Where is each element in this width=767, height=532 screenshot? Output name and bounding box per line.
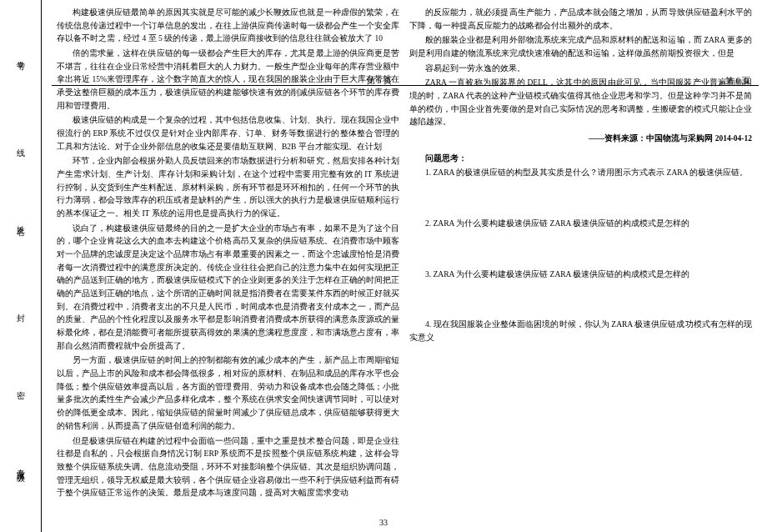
- para: 环节，企业内部会根据外勤人员反馈回来的市场数据进行分析和研究，然后安排各种计划产…: [57, 155, 399, 220]
- spine-seal-3: 密: [15, 384, 27, 388]
- spine-seal-2: 封: [15, 307, 27, 310]
- source-line: ——资料来源：中国物流与采购网 2014-04-12: [409, 133, 752, 146]
- para: 另一方面，极速供应链的时间上的控制都能有效的减少成本的产生，新产品上市周期缩短以…: [57, 354, 399, 433]
- para: 般的服装企业都是利用外部物流系统来完成产品和原材料的配送和运输，而 ZARA 更…: [409, 34, 752, 60]
- para: 极速供应链的构成是一个复杂的过程，其中包括信息收集、计划、执行。现在我国企业中很…: [57, 114, 399, 153]
- questions-heading: 问题思考：: [409, 153, 752, 166]
- spine-seal-1: 线: [15, 142, 27, 145]
- binding-spine: 学号： 线 姓名： 封 密 专业班级：: [0, 0, 42, 532]
- question-4: 4. 现在我国服装企业整体面临困境的时候，你认为 ZARA 极速供应链成功模式有…: [409, 319, 752, 344]
- spine-name-label: 姓名：: [15, 219, 27, 233]
- question-3: 3. ZARA 为什么要构建极速供应链 ZARA 极速供应链的构成模式是怎样的: [409, 269, 752, 282]
- spine-class-label: 专业班级：: [15, 462, 27, 479]
- footer-page-number: 33: [0, 518, 767, 527]
- para: 说白了，构建极速供应链最终的目的之一是扩大企业的市场占有率，如果不是为了这个目的…: [57, 223, 399, 354]
- para: 的反应能力，就必须提高生产能力，产品成本就会随之增加，从而导致供应链盈利水平的下…: [409, 7, 752, 33]
- spine-id-label: 学号：: [15, 54, 27, 68]
- question-2: 2. ZARA 为什么要构建极速供应链 ZARA 极速供应链的构成模式是怎样的: [409, 218, 752, 231]
- para: 容易起到一劳永逸的效果。: [409, 63, 752, 76]
- para: 构建极速供应链最简单的原因其实就是尽可能的减少长鞭效应也就是一种虚假的繁荣，在传…: [57, 7, 399, 46]
- question-1: 1. ZARA 的极速供应链的构型及其实质是什么？请用图示方式表示 ZARA 的…: [409, 167, 752, 180]
- para: 倍的需求量，这样在供应链的每一级都会产生巨大的库存，尤其是最上游的供应商更是苦不…: [57, 48, 399, 113]
- header-rule: [52, 85, 759, 86]
- para: 但是极速供应链在构建的过程中会面临一些问题，重中之重是技术整合问题，即是企业往往…: [57, 435, 399, 500]
- content-area: 构建极速供应链最简单的原因其实就是尽可能的减少长鞭效应也就是一种虚假的繁荣，在传…: [42, 0, 767, 532]
